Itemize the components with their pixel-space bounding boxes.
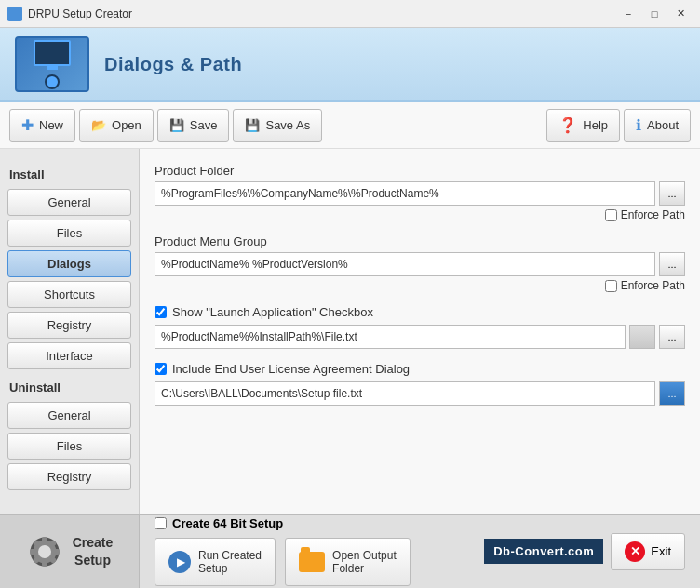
sidebar-item-files[interactable]: Files (7, 220, 131, 247)
content-area: Product Folder ... Enforce Path Product … (140, 149, 700, 514)
product-folder-browse-btn[interactable]: ... (659, 181, 685, 206)
launch-app-browse-btn[interactable]: ... (659, 325, 685, 349)
new-button[interactable]: ✚ New (9, 109, 75, 142)
save-button[interactable]: 💾 Save (157, 109, 230, 142)
help-label: Help (583, 118, 608, 132)
bottom-actions: Create 64 Bit Setup ▶ Run Created Setup … (140, 516, 700, 586)
save-as-icon: 💾 (245, 118, 260, 132)
svg-point-1 (38, 545, 51, 558)
save-icon: 💾 (169, 118, 184, 132)
about-button[interactable]: ℹ About (624, 109, 691, 142)
svg-rect-5 (53, 549, 60, 555)
help-button[interactable]: ❓ Help (546, 109, 620, 142)
play-icon: ▶ (168, 551, 191, 573)
folder-icon (299, 552, 325, 572)
title-bar: DRPU Setup Creator − □ ✕ (0, 0, 700, 28)
sidebar-item-uninstall-files[interactable]: Files (7, 433, 131, 460)
create64-label: Create 64 Bit Setup (172, 516, 283, 530)
eula-path-input[interactable] (155, 381, 655, 406)
enforce-path-label: Enforce Path (621, 208, 685, 221)
eula-checkbox[interactable] (155, 363, 167, 375)
sidebar-item-dialogs[interactable]: Dialogs (7, 250, 131, 277)
create-setup-panel[interactable]: Create Setup (0, 514, 140, 588)
show-launch-checkbox[interactable] (155, 306, 167, 318)
product-folder-group: Product Folder ... Enforce Path (155, 164, 685, 221)
eula-label: Include End User License Agreement Dialo… (172, 362, 410, 376)
enforce-path2-checkbox[interactable] (605, 280, 617, 292)
help-icon: ❓ (559, 116, 577, 134)
close-button[interactable]: ✕ (668, 4, 693, 24)
save-as-button[interactable]: 💾 Save As (233, 109, 322, 142)
show-launch-group: Show "Launch Application" Checkbox ... (155, 305, 685, 349)
show-launch-label: Show "Launch Application" Checkbox (172, 305, 373, 319)
create64-row: Create 64 Bit Setup (155, 516, 473, 530)
bottom-right: Db-Convert.com ✕ Exit (484, 533, 685, 570)
product-menu-input[interactable] (155, 252, 655, 276)
product-folder-label: Product Folder (155, 164, 685, 178)
new-label: New (39, 118, 63, 132)
action-buttons-row: ▶ Run Created Setup Open Output Folder (155, 538, 473, 586)
save-label: Save (190, 118, 218, 132)
eula-browse-btn[interactable]: ... (659, 381, 685, 406)
sidebar-item-general[interactable]: General (7, 189, 131, 216)
open-label: Open (112, 118, 141, 132)
eula-input-row: ... (155, 381, 685, 406)
watermark-text: Db-Convert.com (484, 539, 603, 564)
title-bar-text: DRPU Setup Creator (28, 7, 616, 20)
folder-open-icon: 📂 (91, 118, 106, 132)
header: Dialogs & Path (0, 28, 700, 102)
open-button[interactable]: 📂 Open (79, 109, 154, 142)
open-output-label: Open Output Folder (332, 549, 397, 575)
svg-rect-2 (42, 537, 47, 543)
product-menu-input-row: ... (155, 252, 685, 276)
product-menu-group: Product Menu Group ... Enforce Path (155, 234, 685, 292)
launch-app-input[interactable] (155, 325, 626, 349)
exit-label: Exit (651, 544, 671, 558)
product-menu-label: Product Menu Group (155, 234, 685, 248)
minimize-button[interactable]: − (616, 4, 640, 24)
create64-checkbox[interactable] (155, 517, 167, 529)
product-folder-input[interactable] (155, 181, 655, 206)
create-setup-label: Create Setup (73, 534, 114, 568)
sidebar-item-shortcuts[interactable]: Shortcuts (7, 281, 131, 308)
product-folder-input-row: ... (155, 181, 685, 206)
sidebar-item-uninstall-registry[interactable]: Registry (7, 463, 131, 490)
maximize-button[interactable]: □ (642, 4, 666, 24)
gear-large-icon (26, 533, 63, 570)
eula-group: Include End User License Agreement Dialo… (155, 362, 685, 406)
show-launch-checkbox-row: Show "Launch Application" Checkbox (155, 305, 685, 319)
enforce-path2-row: Enforce Path (155, 279, 685, 292)
toolbar: ✚ New 📂 Open 💾 Save 💾 Save As ❓ Help ℹ A… (0, 102, 700, 149)
svg-rect-3 (42, 560, 47, 567)
launch-app-input-row: ... (155, 325, 685, 349)
about-label: About (647, 118, 679, 132)
launch-app-gray-btn[interactable] (629, 325, 655, 349)
sidebar-item-uninstall-general[interactable]: General (7, 402, 131, 429)
uninstall-section-label: Uninstall (7, 377, 131, 398)
product-menu-browse-btn[interactable]: ... (659, 252, 685, 276)
new-icon: ✚ (21, 116, 34, 134)
enforce-path-checkbox[interactable] (605, 209, 617, 221)
enforce-path-row: Enforce Path (155, 208, 685, 221)
page-title: Dialogs & Path (104, 54, 242, 75)
enforce-path2-label: Enforce Path (621, 279, 685, 292)
bottom-bar: Create Setup Create 64 Bit Setup ▶ Run C… (0, 514, 700, 588)
main-layout: Install General Files Dialogs Shortcuts … (0, 149, 700, 514)
sidebar: Install General Files Dialogs Shortcuts … (0, 149, 140, 514)
exit-button[interactable]: ✕ Exit (611, 533, 685, 570)
app-icon (7, 7, 22, 21)
toolbar-right: ❓ Help ℹ About (546, 109, 691, 142)
info-icon: ℹ (636, 116, 641, 134)
run-created-label: Run Created Setup (198, 549, 262, 575)
svg-rect-4 (30, 549, 36, 555)
sidebar-item-registry[interactable]: Registry (7, 312, 131, 339)
exit-circle-icon: ✕ (625, 541, 645, 562)
run-created-setup-button[interactable]: ▶ Run Created Setup (155, 538, 276, 586)
monitor-icon (34, 40, 71, 66)
sidebar-item-interface[interactable]: Interface (7, 342, 131, 369)
app-logo (15, 36, 89, 92)
install-section-label: Install (7, 164, 131, 185)
save-as-label: Save As (265, 118, 310, 132)
title-bar-controls: − □ ✕ (616, 4, 693, 24)
open-output-folder-button[interactable]: Open Output Folder (285, 538, 411, 586)
